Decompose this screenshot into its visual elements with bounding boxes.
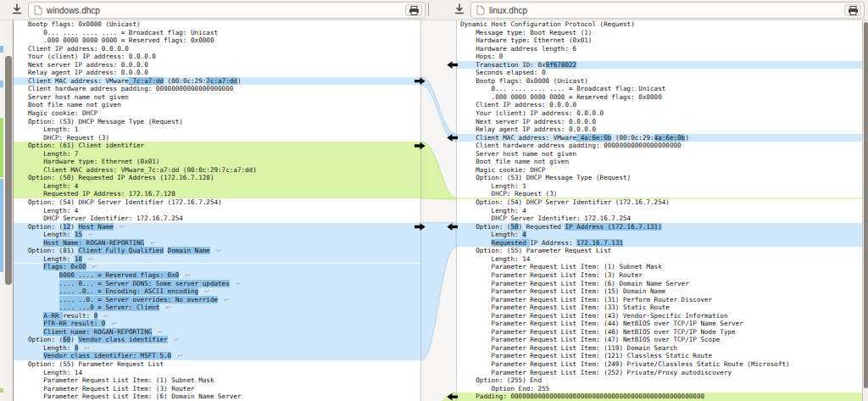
code-line: Parameter Request List Item: (249) Priva… (460, 360, 790, 369)
code-line: Option: (55) Parameter Request List (460, 247, 790, 255)
save-left-button[interactable] (8, 3, 25, 18)
code-line: DHCP Server Identifier: 172.16.7.254 (460, 214, 790, 223)
left-filename-label: windows.dhcp (47, 6, 100, 15)
newline-marker-icon: ↩ (84, 345, 89, 352)
diff-link-gutter (414, 20, 459, 401)
newline-marker-icon: ↩ (150, 240, 155, 247)
code-line: Length: 1 (460, 182, 790, 191)
code-line: Length: 4 (28, 182, 257, 191)
newline-marker-icon: ↩ (177, 353, 182, 359)
newline-marker-icon: ↩ (174, 337, 179, 343)
code-line: 0000 .... = Reserved flags: 0x0↩ (28, 271, 257, 280)
code-line: Hops: 0 (460, 53, 790, 61)
toolbar: windows.dhcp linux.dhcp (0, 0, 868, 20)
code-line: Next server IP address: 0.0.0.0 (28, 61, 257, 70)
code-line: Parameter Request List Item: (6) Domain … (28, 393, 257, 401)
code-line: Length: 4 (460, 231, 790, 239)
code-line: Server host name not given (28, 93, 257, 102)
code-line: Client hardware address padding: 0000000… (460, 142, 790, 150)
diff-connector (421, 223, 456, 360)
printer-icon (409, 6, 420, 15)
file-tab-right[interactable]: linux.dhcp (470, 2, 865, 19)
code-line: Parameter Request List Item: (3) Router (460, 271, 790, 280)
newline-marker-icon: ↩ (216, 248, 221, 254)
code-line: .... 0... = Server DDNS: Some server upd… (28, 280, 257, 288)
print-left-button[interactable] (405, 4, 422, 16)
code-line: Parameter Request List Item: (1) Subnet … (460, 263, 790, 271)
newline-marker-icon: ↩ (158, 329, 163, 336)
code-line: Transaction ID: 0x9f678022 (460, 61, 790, 70)
left-file-pane[interactable]: Bootp flags: 0x0000 (Unicast) 0... .... … (14, 20, 421, 401)
code-line: Option: (55) Parameter Request List (28, 360, 257, 369)
code-line: Parameter Request List Item: (119) Domai… (460, 344, 790, 353)
code-line: Client MAC address: VMware_7c:a7:dd (00:… (28, 166, 257, 175)
newline-marker-icon: ↩ (165, 304, 170, 311)
newline-marker-icon: ↩ (185, 272, 190, 279)
code-line: .... ...0 = Server: Client↩ (28, 304, 257, 312)
code-line: Option: (12) Host Name↩ (28, 223, 257, 231)
code-line: Client IP address: 0.0.0.0 (460, 101, 790, 109)
code-line: Length: 14 (460, 255, 790, 264)
code-line: Option: (50) Requested IP Address (172.1… (460, 223, 790, 231)
printer-icon (848, 6, 859, 15)
scrollbar-handle[interactable] (864, 22, 868, 388)
code-line: Parameter Request List Item: (121) Class… (460, 352, 790, 360)
code-line: Server host name not given (460, 150, 790, 159)
code-line: Next server IP address: 0.0.0.0 (460, 118, 790, 126)
newline-marker-icon: ↩ (111, 320, 116, 327)
diff-tool-window: windows.dhcp linux.dhcp (0, 0, 868, 401)
document-icon (34, 5, 42, 15)
code-line: Bootp flags: 0x0000 (Unicast) (460, 77, 790, 86)
right-pane-scrollbar[interactable] (862, 20, 868, 401)
file-tab-left[interactable]: windows.dhcp (28, 2, 426, 19)
code-line: Client IP address: 0.0.0.0 (28, 45, 257, 53)
code-line: Padding: 0000000000000000000000000000000… (460, 393, 790, 401)
code-line: Option: (50) Requested IP Address (172.1… (28, 174, 257, 182)
code-line: Length: 8↩ (28, 344, 257, 353)
newline-marker-icon: ↩ (88, 231, 93, 238)
code-line: Parameter Request List Item: (15) Domain… (460, 287, 790, 296)
code-line: Option End: 255 (460, 385, 790, 393)
code-line: .000 0000 0000 0000 = Reserved flags: 0x… (28, 36, 257, 45)
code-line: Boot file name not given (28, 101, 257, 109)
code-line: Length: 7 (28, 150, 257, 159)
code-line: Parameter Request List Item: (43) Vendor… (460, 312, 790, 320)
code-line: Your (client) IP address: 0.0.0.0 (460, 109, 790, 118)
code-line: .... .0.. = Encoding: ASCII encoding↩ (28, 287, 257, 296)
diff-connector (421, 77, 456, 142)
code-line: 0... .... .... .... = Broadcast flag: Un… (460, 85, 790, 93)
newline-marker-icon: ↩ (120, 224, 125, 231)
code-line: .000 0000 0000 0000 = Reserved flags: 0x… (460, 93, 790, 102)
code-line: Relay agent IP address: 0.0.0.0 (460, 125, 790, 134)
code-line: Magic cookie: DHCP (28, 109, 257, 118)
code-line: Your (client) IP address: 0.0.0.0 (28, 53, 257, 61)
code-line: Length: 15↩ (28, 231, 257, 239)
code-line: Message type: Boot Request (1) (460, 29, 790, 37)
code-line: Hardware type: Ethernet (0x01) (28, 158, 257, 166)
download-icon (10, 3, 24, 16)
code-line: Requested IP Address: 172.16.7.131 (460, 239, 790, 248)
code-line: Length: 1 (28, 125, 257, 134)
code-line: Seconds elapsed: 0 (460, 69, 790, 77)
print-right-button[interactable] (844, 4, 861, 16)
scrollbar-handle[interactable] (5, 56, 12, 285)
diff-connector (421, 142, 456, 199)
code-line: Length: 4 (28, 207, 257, 215)
code-line: Boot file name not given (460, 158, 790, 166)
code-line: Requested IP Address: 172.16.7.128 (28, 190, 257, 198)
code-line: Parameter Request List Item: (1) Subnet … (28, 376, 257, 385)
left-pane-scrollbar[interactable] (3, 20, 14, 401)
code-line: Hardware type: Ethernet (0x01) (460, 36, 790, 45)
code-line: Option: (54) DHCP Server Identifier (172… (460, 198, 790, 207)
code-line: Length: 18↩ (28, 255, 257, 264)
apply-change-arrow[interactable] (447, 61, 458, 69)
code-line: Parameter Request List Item: (44) NetBIO… (460, 320, 790, 328)
newline-marker-icon: ↩ (224, 297, 229, 304)
code-line: Option: (53) DHCP Message Type (Request) (460, 174, 790, 182)
code-line: Parameter Request List Item: (31) Perfor… (460, 296, 790, 304)
code-line: Parameter Request List Item: (47) NetBIO… (460, 336, 790, 344)
code-line: Option: (53) DHCP Message Type (Request) (28, 118, 257, 126)
code-line: Client hardware address padding: 0000000… (28, 85, 257, 93)
right-file-pane[interactable]: Dynamic Host Configuration Protocol (Req… (456, 20, 862, 401)
save-right-button[interactable] (451, 3, 468, 18)
